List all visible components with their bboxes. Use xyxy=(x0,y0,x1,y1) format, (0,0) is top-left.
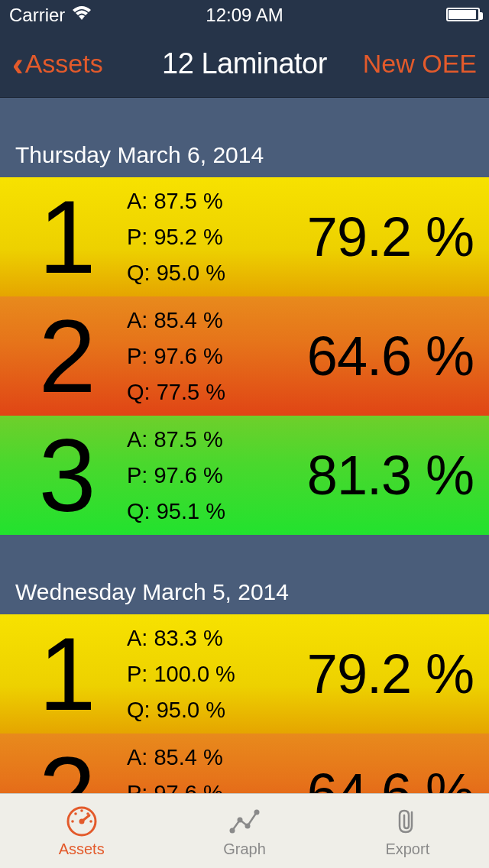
metric-q: Q: 95.0 % xyxy=(127,698,264,723)
metric-a: A: 87.5 % xyxy=(127,427,264,452)
metric-p: P: 95.2 % xyxy=(127,225,264,250)
metric-a: A: 85.4 % xyxy=(127,745,264,770)
shift-number: 3 xyxy=(15,424,115,527)
oee-percent: 64.6 % xyxy=(264,762,474,793)
svg-point-10 xyxy=(244,824,250,829)
gauge-icon xyxy=(65,804,99,839)
oee-entry-row[interactable]: 1A: 87.5 %P: 95.2 %Q: 95.0 %79.2 % xyxy=(0,177,489,296)
apq-metrics: A: 85.4 %P: 97.6 %Q: 77.5 % xyxy=(127,308,264,405)
metric-p: P: 100.0 % xyxy=(127,662,264,687)
shift-number: 1 xyxy=(15,186,115,289)
tab-graph-label: Graph xyxy=(223,840,266,858)
svg-point-3 xyxy=(71,820,74,823)
svg-point-5 xyxy=(74,812,77,815)
wifi-icon xyxy=(71,5,92,26)
svg-point-6 xyxy=(86,812,89,815)
tab-graph[interactable]: Graph xyxy=(163,794,325,868)
apq-metrics: A: 83.3 %P: 100.0 %Q: 95.0 % xyxy=(127,626,264,723)
new-oee-button[interactable]: New OEE xyxy=(363,49,477,79)
metric-a: A: 87.5 % xyxy=(127,189,264,214)
shift-number: 2 xyxy=(15,742,115,794)
apq-metrics: A: 85.4 %P: 97.6 %Q: 77.5 % xyxy=(127,745,264,794)
metric-p: P: 97.6 % xyxy=(127,344,264,369)
oee-percent: 81.3 % xyxy=(264,444,474,507)
chevron-left-icon: ‹ xyxy=(12,56,24,73)
back-label: Assets xyxy=(25,49,103,79)
metric-p: P: 97.6 % xyxy=(127,463,264,488)
oee-percent: 79.2 % xyxy=(264,206,474,268)
metric-a: A: 85.4 % xyxy=(127,308,264,333)
apq-metrics: A: 87.5 %P: 97.6 %Q: 95.1 % xyxy=(127,427,264,524)
svg-point-8 xyxy=(229,828,235,834)
metric-p: P: 97.6 % xyxy=(127,781,264,794)
date-header: Wednesday March 5, 2014 xyxy=(0,535,489,614)
status-time: 12:09 AM xyxy=(206,5,283,26)
tab-assets-label: Assets xyxy=(59,840,105,858)
tab-export-label: Export xyxy=(385,840,429,858)
oee-entry-row[interactable]: 1A: 83.3 %P: 100.0 %Q: 95.0 %79.2 % xyxy=(0,614,489,734)
svg-point-7 xyxy=(80,809,83,812)
svg-point-9 xyxy=(237,818,242,823)
tab-export[interactable]: Export xyxy=(326,794,489,868)
date-header: Thursday March 6, 2014 xyxy=(0,98,489,177)
oee-percent: 79.2 % xyxy=(264,643,474,705)
tab-bar: Assets Graph Export xyxy=(0,793,489,868)
tab-assets[interactable]: Assets xyxy=(0,794,163,868)
oee-entry-row[interactable]: 2A: 85.4 %P: 97.6 %Q: 77.5 %64.6 % xyxy=(0,734,489,793)
navigation-bar: ‹ Assets 12 Laminator New OEE xyxy=(0,31,489,98)
shift-number: 2 xyxy=(15,305,115,408)
status-bar: Carrier 12:09 AM xyxy=(0,0,489,31)
paperclip-icon xyxy=(390,804,424,839)
page-title: 12 Laminator xyxy=(162,47,327,80)
apq-metrics: A: 87.5 %P: 95.2 %Q: 95.0 % xyxy=(127,189,264,286)
back-button[interactable]: ‹ Assets xyxy=(12,49,103,79)
content-scroll[interactable]: Thursday March 6, 20141A: 87.5 %P: 95.2 … xyxy=(0,98,489,793)
metric-q: Q: 77.5 % xyxy=(127,380,264,405)
metric-a: A: 83.3 % xyxy=(127,626,264,651)
oee-entry-row[interactable]: 3A: 87.5 %P: 97.6 %Q: 95.1 %81.3 % xyxy=(0,416,489,535)
graph-icon xyxy=(228,804,261,839)
svg-point-11 xyxy=(254,810,259,815)
metric-q: Q: 95.0 % xyxy=(127,261,264,286)
oee-percent: 64.6 % xyxy=(264,325,474,387)
shift-number: 1 xyxy=(15,623,115,726)
svg-point-2 xyxy=(79,819,84,824)
metric-q: Q: 95.1 % xyxy=(127,499,264,524)
oee-entry-row[interactable]: 2A: 85.4 %P: 97.6 %Q: 77.5 %64.6 % xyxy=(0,296,489,416)
carrier-label: Carrier xyxy=(9,5,65,26)
battery-icon xyxy=(446,5,480,26)
svg-point-4 xyxy=(89,820,92,823)
